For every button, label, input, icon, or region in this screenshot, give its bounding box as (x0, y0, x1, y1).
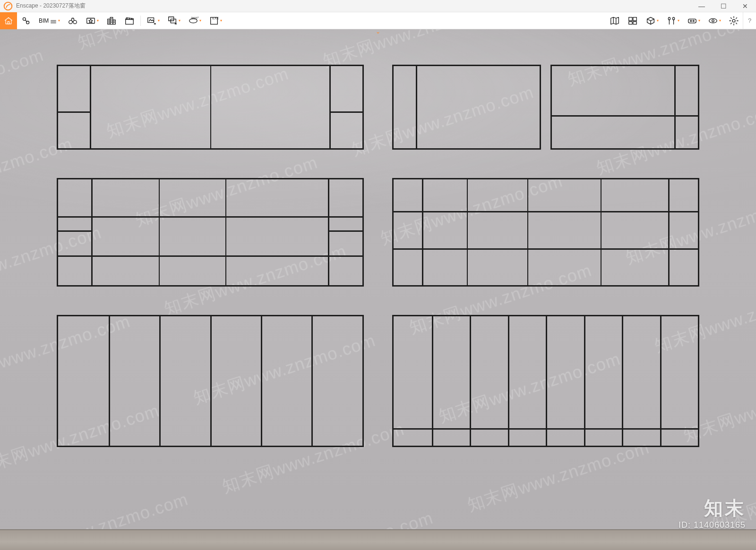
svg-point-23 (709, 18, 717, 23)
video-clapboard-button[interactable] (120, 12, 138, 29)
svg-point-4 (69, 20, 72, 24)
window-model-4 (392, 178, 699, 287)
binoculars-button[interactable] (64, 12, 82, 29)
window-controls: — ☐ ✕ (691, 0, 756, 12)
maximize-button[interactable]: ☐ (713, 0, 734, 12)
chevron-down-icon: ▾ (698, 19, 700, 23)
screenshot-button[interactable]: ▾ (143, 12, 163, 29)
minimize-button[interactable]: — (691, 0, 713, 12)
chevron-down-icon: ▾ (199, 19, 201, 23)
app-logo-icon (3, 1, 13, 11)
buildings-button[interactable] (103, 12, 120, 29)
titlebar: Enscape - 20230727落地窗 — ☐ ✕ (0, 0, 756, 12)
toolbar-separator (140, 16, 141, 26)
map-button[interactable] (606, 12, 624, 29)
svg-rect-19 (633, 21, 636, 24)
render-viewport[interactable]: 知末网www.znzmo.com知末网www.znzmo.com知末网www.z… (0, 29, 756, 550)
chevron-down-icon: ▾ (179, 19, 180, 23)
360-label: 360° (191, 16, 199, 20)
svg-rect-17 (633, 17, 636, 20)
favorite-view-button[interactable]: ▾ (82, 12, 103, 29)
batch-render-button[interactable]: ▾ (163, 12, 184, 29)
svg-rect-16 (629, 17, 632, 20)
visual-settings-button[interactable]: ▾ (704, 12, 725, 29)
exe-export-button[interactable]: EXE ▾ (205, 12, 226, 29)
chevron-down-icon: ▾ (657, 19, 659, 23)
chevron-down-icon: ▾ (97, 19, 99, 23)
brand-id: ID: 1140603165 (679, 520, 746, 530)
chevron-down-icon: ▾ (158, 19, 160, 23)
svg-point-24 (712, 19, 714, 22)
window-model-5 (57, 315, 364, 447)
window-models-grid (57, 39, 699, 517)
svg-rect-9 (113, 20, 116, 24)
chevron-down-icon: ▾ (719, 19, 721, 23)
floor-plane (0, 529, 756, 550)
svg-rect-1 (8, 21, 9, 24)
expand-toolbar-handle[interactable]: ⌄ (376, 28, 380, 35)
close-button[interactable]: ✕ (734, 0, 756, 12)
chevron-down-icon: ▾ (678, 19, 679, 23)
asset-library-button[interactable] (624, 12, 642, 29)
bim-label: BIM (39, 17, 49, 24)
svg-rect-10 (126, 19, 134, 24)
help-button[interactable]: ? (743, 12, 756, 29)
settings-button[interactable] (725, 12, 743, 29)
window-model-1 (57, 65, 364, 150)
window-model-6 (392, 315, 699, 447)
home-button[interactable] (0, 12, 17, 29)
svg-point-21 (690, 20, 692, 21)
box-dropdown-button[interactable]: ▾ (642, 12, 662, 29)
exe-label: EXE (212, 17, 219, 20)
window-title: Enscape - 20230727落地窗 (16, 2, 86, 10)
svg-rect-20 (688, 19, 696, 23)
svg-point-22 (693, 20, 694, 21)
chevron-down-icon: ▾ (58, 19, 60, 23)
help-label: ? (748, 17, 751, 24)
main-toolbar: BIM ▾ ▾ ▾ ▾ 360° ▾ EXE ▾ (0, 12, 756, 29)
window-model-2 (392, 65, 699, 150)
window-model-3 (57, 178, 364, 287)
chevron-down-icon: ▾ (220, 19, 222, 23)
360-export-button[interactable]: 360° ▾ (184, 12, 205, 29)
svg-rect-18 (629, 21, 632, 24)
collab-button[interactable]: ▾ (662, 12, 683, 29)
svg-point-25 (732, 19, 735, 22)
bim-dropdown[interactable]: BIM ▾ (35, 12, 64, 29)
link-sync-button[interactable] (17, 12, 35, 29)
svg-point-0 (4, 2, 12, 10)
vr-button[interactable]: ▾ (683, 12, 704, 29)
svg-point-5 (73, 20, 77, 24)
